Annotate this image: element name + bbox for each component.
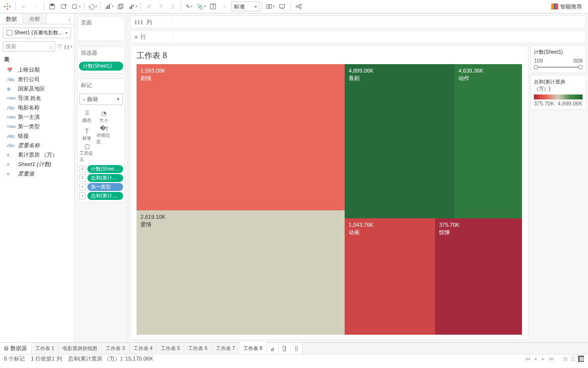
treemap-cell-动画[interactable]: 1,043.76K动画: [345, 218, 435, 335]
sheet-title[interactable]: 工作表 8: [137, 51, 522, 61]
field-导演 姓名[interactable]: ≡Abc导演 姓名: [0, 93, 74, 103]
search-input[interactable]: 搜索: [3, 41, 55, 52]
treemap-chart[interactable]: 1,593.08K剧情4,899.06K喜剧4,639.36K动作2,619.1…: [137, 64, 522, 335]
mark-type-select[interactable]: ▫自动: [79, 93, 123, 105]
field-上映日期[interactable]: 📅上映日期: [0, 65, 74, 75]
field-链接[interactable]: Abc链接: [0, 131, 74, 141]
sort-asc-icon[interactable]: ⊼: [155, 1, 166, 12]
highlight-icon[interactable]: ✎: [184, 1, 195, 12]
svg-point-4: [7, 6, 8, 7]
sheet-tab[interactable]: 工作表 8: [239, 342, 267, 354]
nav-prev-icon[interactable]: ◂: [532, 356, 538, 362]
nav-first-icon[interactable]: ⏮: [524, 356, 530, 362]
swap-icon[interactable]: [144, 1, 154, 12]
columns-shelf[interactable]: ⫿⫿⫿列: [130, 15, 586, 28]
rows-shelf[interactable]: ≡行: [130, 30, 586, 43]
visualization[interactable]: 工作表 8 1,593.08K剧情4,899.06K喜剧4,639.36K动作2…: [130, 45, 528, 340]
present-icon[interactable]: [277, 1, 288, 12]
datasource-tab[interactable]: ⊟数据源: [0, 343, 31, 354]
sheet-tab[interactable]: 工作表 6: [184, 343, 212, 354]
svg-point-2: [7, 8, 8, 10]
collapse-sidebar-icon[interactable]: ‹: [65, 13, 74, 24]
mark-详细信息[interactable]: �τ详细信息: [96, 126, 112, 143]
datasource-select[interactable]: Sheet1 (豆瓣电影数据): [3, 27, 71, 38]
tables-header: 表: [0, 54, 74, 65]
duplicate-icon[interactable]: [115, 1, 126, 12]
svg-rect-21: [280, 4, 285, 8]
share-icon[interactable]: [293, 1, 304, 12]
canvas-area: ⫿⫿⫿列 ≡行 工作表 8 1,593.08K剧情4,899.06K喜剧4,63…: [128, 13, 588, 342]
show-me-button[interactable]: 智能推荐: [547, 3, 586, 10]
sheet-tab[interactable]: 工作表 4: [130, 343, 157, 354]
group-icon[interactable]: 📎: [196, 1, 207, 12]
save-icon[interactable]: [47, 1, 58, 12]
view-film-icon[interactable]: ▦: [578, 356, 584, 362]
field-发行公司[interactable]: Abc发行公司: [0, 75, 74, 84]
nav-last-icon[interactable]: ⏭: [548, 356, 554, 362]
mark-pill[interactable]: T第一类型: [79, 183, 123, 191]
treemap-cell-喜剧[interactable]: 4,899.06K喜剧: [345, 64, 454, 218]
view-options-icon[interactable]: ⫿⫿: [64, 44, 71, 50]
data-tab[interactable]: 数据: [0, 13, 23, 24]
clear-icon[interactable]: [127, 1, 138, 12]
show-cards-icon[interactable]: [265, 1, 276, 12]
mark-pill[interactable]: ⠿总和(累计票房 ..: [79, 174, 123, 182]
treemap-cell-惊悚[interactable]: 375.70K惊悚: [435, 218, 522, 335]
forward-icon[interactable]: →: [30, 1, 41, 12]
mark-pill[interactable]: ⠿计数(Sheet1): [79, 165, 123, 173]
size-legend[interactable]: 计数(Sheet1) 109808: [530, 45, 586, 73]
pin-icon[interactable]: ☆: [220, 1, 230, 12]
color-legend[interactable]: 总和(累计票房 （万）) 375.70K4,899.06K: [530, 75, 586, 110]
back-icon[interactable]: ←: [18, 1, 29, 12]
view-list-icon[interactable]: ☰: [570, 356, 576, 362]
autosave-icon[interactable]: [71, 1, 81, 12]
view-grid-icon[interactable]: ⊞: [562, 356, 568, 362]
sheet-tab[interactable]: 工作表 5: [157, 343, 184, 354]
rows-icon: ≡: [135, 34, 138, 40]
field-度量值[interactable]: #度量值: [0, 169, 74, 179]
new-datasource-icon[interactable]: [59, 1, 70, 12]
treemap-cell-动作[interactable]: 4,639.36K动作: [454, 64, 522, 218]
mark-工具提示[interactable]: ▢工具提示: [79, 144, 95, 161]
mark-大小[interactable]: ◔大小: [96, 108, 112, 125]
new-story-icon[interactable]: [291, 343, 302, 354]
field-国家及地区[interactable]: ⊕国家及地区: [0, 84, 74, 93]
mark-颜色[interactable]: ⠿颜色: [79, 108, 95, 125]
filter-icon[interactable]: ▽: [56, 43, 63, 50]
logo-icon[interactable]: [2, 1, 13, 12]
field-度量名称[interactable]: Abc度量名称: [0, 141, 74, 150]
undo-icon[interactable]: [87, 1, 98, 12]
filter-pill[interactable]: 计数(Sheet1): [79, 62, 123, 71]
treemap-cell-剧情[interactable]: 1,593.08K剧情: [137, 64, 345, 210]
sheet-tab[interactable]: 工作表 7: [212, 343, 239, 354]
sheet-tab[interactable]: 工作表 1: [31, 343, 59, 354]
labels-icon[interactable]: T: [208, 1, 219, 12]
treemap-cell-爱情[interactable]: 2,619.10K爱情: [137, 210, 345, 335]
field-第一主演[interactable]: ≡Abc第一主演: [0, 112, 74, 122]
field-type-icon: Abc: [7, 77, 16, 82]
pages-shelf[interactable]: 页面: [77, 16, 125, 41]
sheet-tab[interactable]: 工作表 3: [102, 343, 129, 354]
new-worksheet-icon[interactable]: +: [267, 343, 279, 354]
nav-next-icon[interactable]: ▸: [540, 356, 546, 362]
svg-point-0: [7, 3, 8, 5]
sort-desc-icon[interactable]: ⊻: [167, 1, 178, 12]
mark-pill[interactable]: T总和(累计票房 ..: [79, 192, 123, 200]
field-累计票房 （万）[interactable]: #累计票房 （万）: [0, 150, 74, 160]
filters-shelf[interactable]: 筛选器 计数(Sheet1): [77, 46, 125, 74]
field-Sheet1 (计数)[interactable]: #Sheet1 (计数): [0, 160, 74, 169]
new-dashboard-icon[interactable]: [279, 343, 291, 354]
fit-select[interactable]: 标准: [231, 1, 259, 11]
svg-point-22: [296, 5, 298, 7]
new-sheet-icon[interactable]: +: [103, 1, 114, 12]
show-me-icon: [551, 3, 558, 9]
status-bar: 6 个标记 1 行依据1 列 总和(累计票房 （万）): 15,170.06K …: [0, 354, 588, 363]
toolbar: ← → + ⊼ ⊻ ✎ 📎 T ☆ 标准 智能推荐: [0, 0, 588, 13]
field-第一类型[interactable]: ≡Abc第一类型: [0, 122, 74, 131]
svg-rect-30: [286, 346, 286, 348]
svg-point-24: [299, 7, 301, 9]
mark-标签[interactable]: T标签: [79, 126, 95, 143]
field-电影名称[interactable]: Abc电影名称: [0, 103, 74, 112]
sheet-tab[interactable]: 电影票房折线图: [59, 343, 102, 354]
analytics-tab[interactable]: 分析: [23, 13, 47, 24]
